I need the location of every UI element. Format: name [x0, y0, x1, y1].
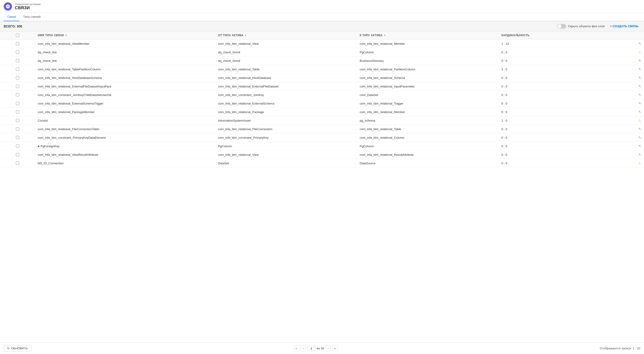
row-checkbox[interactable]: [16, 127, 19, 131]
col-name-header: ИМЯ ТИПА СВЯЗИ ▼: [35, 31, 215, 39]
row-from: com_infa_ldm_relational_HiveDatabase: [215, 74, 357, 82]
row-cardinality: 0 : 0: [499, 82, 589, 91]
table-row: com_infa_ldm_relational_HiveDatabaseSche…: [0, 74, 644, 82]
table-row: ConsistInformationSystemAssetpg_schema1 …: [0, 116, 644, 125]
row-checkbox[interactable]: [16, 59, 19, 62]
row-to: BusinessGlossary: [357, 56, 499, 65]
row-actions: ⚠: [589, 116, 644, 125]
edit-icon[interactable]: ✎: [638, 76, 641, 80]
row-checkbox[interactable]: [16, 85, 19, 88]
name-filter-icon[interactable]: ▼: [65, 34, 67, 37]
row-checkbox[interactable]: [16, 153, 19, 156]
row-name: com_infa_ldm_constraint_JoinKeyChildData…: [35, 91, 215, 99]
row-checkbox[interactable]: [16, 102, 19, 105]
warning-icon[interactable]: ⚠: [638, 50, 641, 54]
row-to: pg_schema: [357, 116, 499, 125]
row-to: com_infa_ldm_relational_Member: [357, 39, 499, 48]
table-row: com_infa_ldm_relational_ViewResultAttrib…: [0, 151, 644, 159]
total-count: ВСЕГО: 308: [4, 24, 22, 28]
row-checkbox[interactable]: [16, 162, 19, 165]
row-from: dq_check_formit: [215, 48, 357, 56]
select-all-checkbox[interactable]: [16, 34, 19, 37]
edit-icon[interactable]: ✎: [638, 93, 641, 97]
table-row: com_infa_ldm_constraint_JoinKeyChildData…: [0, 91, 644, 99]
table-row: com_infa_ldm_relational_ExternalSchemaTr…: [0, 99, 644, 108]
row-cardinality: 0 : 0: [499, 56, 589, 65]
table-row: com_infa_ldm_relational_ExternalFileData…: [0, 82, 644, 91]
tab-relations[interactable]: Связи: [4, 13, 20, 21]
to-filter-icon[interactable]: ▼: [384, 34, 386, 37]
row-to: com_infa_ldm_relational_Table: [357, 125, 499, 133]
row-to: com_infa_ldm_relational_PartitionColumn: [357, 65, 499, 74]
row-checkbox[interactable]: [16, 93, 19, 96]
col-from-header: ОТ ТИПА АКТИВА ▼: [215, 31, 357, 39]
row-from: com_infa_ldm_constraint_PrimaryKey: [215, 133, 357, 142]
row-to: com_infa_ldm_relational_Column: [357, 133, 499, 142]
row-checkbox[interactable]: [16, 68, 19, 71]
table-body: com_infa_ldm_relational_ViewMembercom_in…: [0, 39, 644, 168]
edit-icon[interactable]: ✎: [638, 42, 641, 45]
from-filter-icon[interactable]: ▼: [244, 34, 247, 37]
row-checkbox-cell: [0, 39, 35, 48]
table-row: com_infa_ldm_relational_PackageMembercom…: [0, 108, 644, 116]
row-name: com_infa_ldm_relational_FileConnectionTa…: [35, 125, 215, 133]
create-relation-button[interactable]: + СОЗДАТЬ СВЯЗЬ: [608, 23, 640, 29]
row-actions: ✎: [589, 82, 644, 91]
warning-icon[interactable]: ⚠: [638, 161, 641, 165]
row-checkbox-cell: [0, 56, 35, 65]
warning-icon[interactable]: ⚠: [638, 119, 641, 122]
row-name: dq_check_link: [35, 56, 215, 65]
table-header: ИМЯ ТИПА СВЯЗИ ▼ ОТ ТИПА АКТИВА ▼ К ТИПУ…: [0, 31, 644, 39]
edit-icon[interactable]: ✎: [638, 67, 641, 71]
row-checkbox-cell: [0, 108, 35, 116]
app-header: Управление активами СВЯЗИ: [0, 0, 644, 13]
hide-physical-toggle[interactable]: [557, 24, 566, 29]
row-actions: ✎: [589, 39, 644, 48]
row-name: com_infa_ldm_relational_TablePartitionCo…: [35, 65, 215, 74]
row-to: com_infa_ldm_relational_Member: [357, 108, 499, 116]
tab-relation-types[interactable]: Типы связей: [20, 13, 44, 21]
edit-icon[interactable]: ✎: [638, 102, 641, 105]
relations-table: ИМЯ ТИПА СВЯЗИ ▼ ОТ ТИПА АКТИВА ▼ К ТИПУ…: [0, 31, 644, 168]
edit-icon[interactable]: ✎: [638, 59, 641, 63]
row-checkbox[interactable]: [16, 50, 19, 54]
row-from: com_infa_ldm_relational_View: [215, 151, 357, 159]
tab-bar: Связи Типы связей: [0, 13, 644, 21]
table-row: com_infa_ldm_constraint_PrimaryKeyDataEl…: [0, 133, 644, 142]
row-from: com_infa_ldm_relational_Table: [215, 65, 357, 74]
row-actions: ✎: [589, 91, 644, 99]
edit-icon[interactable]: ✎: [638, 136, 641, 139]
row-checkbox[interactable]: [16, 110, 19, 114]
row-from: com_infa_ldm_relational_ExternalSchema: [215, 99, 357, 108]
col-checkbox-header: [0, 31, 35, 39]
row-name: dq_check_link: [35, 48, 215, 56]
row-checkbox[interactable]: [16, 76, 19, 79]
row-name: com_infa_ldm_relational_ViewMember: [35, 39, 215, 48]
edit-icon[interactable]: ✎: [638, 127, 641, 131]
edit-icon[interactable]: ✎: [638, 110, 641, 114]
row-cardinality: 0 : 0: [499, 108, 589, 116]
row-checkbox-cell: [0, 125, 35, 133]
row-checkbox[interactable]: [16, 119, 19, 122]
row-from: com_infa_ldm_relational_Package: [215, 108, 357, 116]
row-checkbox[interactable]: [16, 42, 19, 45]
table-row: dq_check_linkdq_check_formitPgColumn0 : …: [0, 48, 644, 56]
row-actions: ✎: [589, 56, 644, 65]
row-checkbox[interactable]: [16, 145, 19, 148]
table-row: com_infa_ldm_relational_ViewMembercom_in…: [0, 39, 644, 48]
row-checkbox[interactable]: [16, 136, 19, 139]
toolbar-right: Скрыть объекты физ слоя + СОЗДАТЬ СВЯЗЬ: [557, 23, 640, 29]
row-actions: ⚠: [589, 48, 644, 56]
edit-icon[interactable]: ✎: [638, 84, 641, 88]
row-cardinality: 1 : 0: [499, 116, 589, 125]
row-checkbox-cell: [0, 82, 35, 91]
edit-icon[interactable]: ✎: [638, 153, 641, 157]
table-row: PgForeignKeyPgColumnPgColumn0 : 0✎: [0, 142, 644, 151]
row-checkbox-cell: [0, 48, 35, 56]
row-actions: ✎: [589, 133, 644, 142]
row-name: com_infa_ldm_relational_ExternalFileData…: [35, 82, 215, 91]
edit-icon[interactable]: ✎: [638, 144, 641, 148]
row-checkbox-cell: [0, 74, 35, 82]
row-checkbox-cell: [0, 151, 35, 159]
row-to: core_DataSet: [357, 91, 499, 99]
